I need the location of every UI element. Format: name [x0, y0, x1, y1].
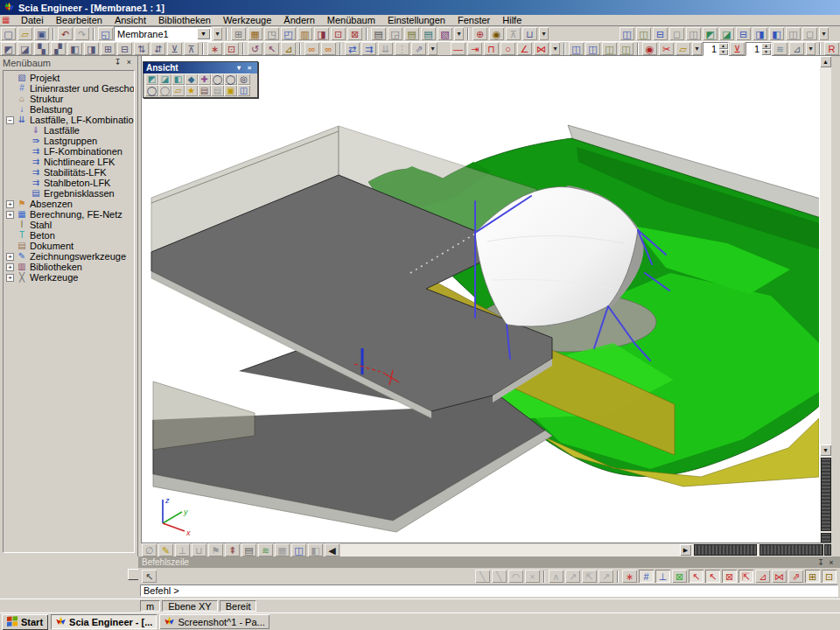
materials-button[interactable]: ▥: [298, 27, 312, 40]
view-z-button[interactable]: ◧: [172, 74, 185, 85]
separator[interactable]: [467, 28, 469, 40]
new-window-button[interactable]: ◫: [291, 543, 306, 556]
menu-bearbeiten[interactable]: Bearbeiten: [51, 15, 108, 25]
combo-arrow-icon[interactable]: ▼: [197, 28, 210, 39]
snap-tangent-button[interactable]: ⊿: [755, 570, 770, 583]
load-cases-button[interactable]: ⊡: [331, 27, 346, 40]
save-button[interactable]: ▣: [34, 27, 49, 40]
render-button[interactable]: ★: [185, 85, 198, 96]
track-arc-button[interactable]: ◠: [508, 570, 523, 583]
ubc-view-button[interactable]: ⊿: [789, 42, 804, 55]
separator[interactable]: [564, 43, 565, 55]
tree-item-berechnung-fe-netz[interactable]: + ▦ Berechnung, FE-Netz: [4, 209, 134, 220]
terrain-button[interactable]: ≋: [258, 543, 273, 556]
draw-dimension-button[interactable]: ⇥: [467, 42, 482, 55]
separator[interactable]: [366, 28, 368, 40]
menu-menuebaum[interactable]: Menübaum: [322, 15, 381, 25]
move-button[interactable]: ⇄: [345, 42, 360, 55]
viewport-horizontal-scrollbar[interactable]: ▶: [340, 544, 831, 556]
mdi-child-icon[interactable]: ▦: [2, 15, 14, 25]
align-button[interactable]: ⊥: [175, 543, 190, 556]
taskbar-task-scia[interactable]: Scia Engineer - [...: [51, 614, 157, 629]
separator[interactable]: [543, 570, 545, 583]
tree-item-linienraster[interactable]: # Linienraster und Geschosse: [4, 83, 134, 94]
track-line-2-button[interactable]: ╲: [492, 570, 507, 583]
tree-item-lastgruppen[interactable]: ⇛ Lastgruppen: [4, 136, 134, 146]
tree-item-belastung[interactable]: ↓ Belastung: [4, 104, 134, 115]
roof-view-button[interactable]: ≋: [773, 42, 788, 55]
deselect-all-button[interactable]: ⊟: [117, 42, 132, 55]
structure-service-button[interactable]: ◰: [281, 27, 296, 40]
tree-item-stabilitaets-lfk[interactable]: ⇉ Stabilitäts-LFK: [4, 167, 134, 178]
tree-expander[interactable]: +: [6, 211, 14, 219]
draw-polyline-button[interactable]: ⊓: [484, 42, 499, 55]
ansicht-toolbar-titlebar[interactable]: Ansicht ▾ ×: [144, 62, 257, 74]
window-layout-1-button[interactable]: ◫: [620, 27, 634, 40]
ortho-button[interactable]: ⊠: [672, 570, 687, 583]
menu-hilfe[interactable]: Hilfe: [497, 15, 527, 25]
view-window-2-button[interactable]: ◫: [585, 42, 600, 55]
select-single-button[interactable]: ◩: [1, 42, 16, 55]
storey-spinner[interactable]: 1 ▲▼: [746, 42, 772, 56]
level-button[interactable]: ⊔: [192, 543, 206, 556]
menu-tree-panel-header[interactable]: Menübaum ↧ ×: [0, 56, 137, 69]
activity-cut-button[interactable]: ✂: [659, 42, 674, 55]
clipboard-picture-button[interactable]: ⊕: [472, 27, 487, 40]
separator[interactable]: [299, 43, 301, 55]
horizontal-scroll-thumb2[interactable]: [760, 544, 823, 556]
draw-text-button[interactable]: ⋈: [534, 42, 549, 55]
gallery-button[interactable]: ▤: [421, 27, 436, 40]
combo-history-dropdown[interactable]: ▾: [213, 27, 222, 40]
close-panel-icon[interactable]: ×: [826, 558, 836, 567]
scroll-down-icon[interactable]: ▼: [820, 444, 831, 456]
document-dropdown[interactable]: ▾: [454, 27, 464, 40]
chain-commands-button[interactable]: ∞: [304, 42, 319, 55]
ansicht-floating-toolbar[interactable]: Ansicht ▾ × ◩◪◧◆✚◯◯◎ ◯◯▱★▤▤▣◫: [143, 61, 258, 98]
scroll-up-icon[interactable]: ▲: [820, 56, 831, 67]
view-dropdown[interactable]: ▾: [806, 42, 816, 55]
wireframe-button[interactable]: ▱: [172, 85, 185, 96]
picture-export-button[interactable]: ▧: [438, 27, 452, 40]
tree-item-lf-kombinationen[interactable]: ⇉ LF-Kombinationen: [4, 146, 134, 157]
window-button[interactable]: ◱: [98, 27, 113, 40]
view-x-button[interactable]: ◩: [145, 74, 158, 85]
new-button[interactable]: ▢: [1, 27, 16, 40]
line-grid-snap-button[interactable]: ⊥: [655, 570, 670, 583]
command-panel-header[interactable]: Befehlszeile ↧ ×: [138, 556, 840, 568]
separator[interactable]: [819, 43, 821, 55]
print-button[interactable]: ▤: [371, 27, 386, 40]
window-layout-9-button[interactable]: ◨: [752, 27, 767, 40]
select-workplane-button[interactable]: ◧: [67, 42, 82, 55]
cross-sections-button[interactable]: ◨: [314, 27, 329, 40]
view-window-4-button[interactable]: ◫: [619, 42, 634, 55]
snap-arc-center-button[interactable]: ⋈: [772, 570, 787, 583]
tree-item-bibliotheken[interactable]: + ▥ Bibliotheken: [4, 262, 134, 272]
chain-segments-button[interactable]: ∞: [321, 42, 336, 55]
window-layout-4-button[interactable]: ◻: [669, 27, 684, 40]
viewport-vertical-scrollbar[interactable]: ▲ ▼: [819, 56, 831, 542]
separator[interactable]: [93, 28, 94, 40]
units-button[interactable]: ⊔: [522, 27, 537, 40]
tree-expander[interactable]: −: [6, 116, 14, 124]
calculation-button[interactable]: ⊠: [347, 27, 362, 40]
window-layout-5-button[interactable]: ◫: [686, 27, 701, 40]
close-panel-icon[interactable]: ×: [123, 58, 135, 68]
zoom-picture-button[interactable]: ◉: [489, 27, 504, 40]
table-button[interactable]: ▦: [275, 543, 290, 556]
start-button[interactable]: Start: [2, 614, 48, 630]
tree-item-absenzen[interactable]: + ⚑ Absenzen: [4, 199, 134, 209]
menu-einstellungen[interactable]: Einstellungen: [382, 15, 451, 25]
tree-item-lastfaelle-kombinationen[interactable]: − ⇊ Lastfälle, LF-Kombinationen: [4, 115, 134, 125]
tree-item-nichtlineare-lfk[interactable]: ⇉ Nichtlineare LFK: [4, 157, 134, 167]
snap-midpoint-button[interactable]: ↖: [705, 570, 720, 583]
tree-item-projekt[interactable]: ▧ Projekt: [4, 73, 134, 83]
zoom-selection-button[interactable]: ◯: [158, 85, 172, 96]
links-button[interactable]: ⊼: [506, 27, 521, 40]
draw-circle-button[interactable]: ○: [500, 42, 515, 55]
separator[interactable]: [226, 28, 228, 40]
multicopy-button[interactable]: ⋮: [395, 42, 410, 55]
tree-item-dokument[interactable]: ▤ Dokument: [4, 241, 134, 251]
window-props-button[interactable]: ◧: [308, 543, 323, 556]
activity-dropdown[interactable]: ▾: [692, 42, 702, 55]
select-all-button[interactable]: ⊞: [101, 42, 116, 55]
